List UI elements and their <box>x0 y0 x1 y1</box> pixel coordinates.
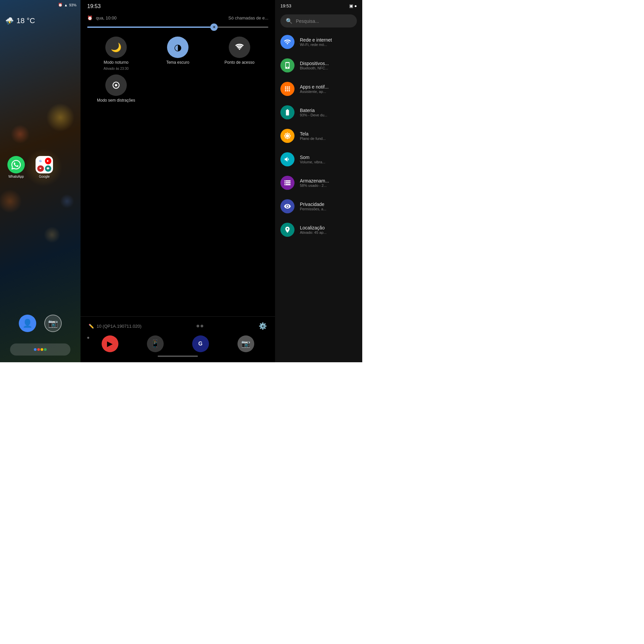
qs-tile-modo-noturno[interactable]: 🌙 Modo noturno Ativado às 23:30 <box>87 37 145 70</box>
rede-icon <box>280 35 294 49</box>
qs-tile-ponto-acesso[interactable]: Ponto de acesso <box>211 37 268 70</box>
privacidade-icon <box>280 199 294 213</box>
search-placeholder: Pesquisa... <box>296 18 319 24</box>
brightness-fill <box>87 26 214 28</box>
tema-escuro-icon: ◑ <box>167 37 189 58</box>
tela-text: Tela Plano de fund... <box>300 131 357 141</box>
apps-text: Apps e notif... Assistente, ap... <box>300 84 357 94</box>
tela-icon <box>280 129 294 143</box>
dispositivos-title: Dispositivos... <box>300 61 357 66</box>
qs-tile-modo-distracoes[interactable]: Modo sem distrações <box>87 74 145 103</box>
brightness-thumb: ☀ <box>210 23 218 31</box>
som-sub: Volume, vibra... <box>300 160 357 164</box>
localizacao-text: Localização Ativado: 45 ap... <box>300 225 357 234</box>
settings-list: Rede e internet Wi-Fi, rede mó... Dispos… <box>275 30 362 362</box>
brightness-slider[interactable]: ☀ <box>87 26 268 28</box>
app-google[interactable]: G ▶ ❤ 💬 Google <box>34 156 55 178</box>
qs-dot-1 <box>197 325 199 327</box>
modo-noturno-sublabel: Ativado às 23:30 <box>104 67 129 70</box>
localizacao-title: Localização <box>300 225 357 230</box>
app-grid: WhatsApp G ▶ ❤ 💬 Google <box>0 29 80 178</box>
ga-dot-blue <box>34 348 37 351</box>
apps-title: Apps e notif... <box>300 84 357 90</box>
qs-time: 19:53 <box>87 3 101 9</box>
armazenamento-title: Armazenam... <box>300 178 357 183</box>
dnd-text: Só chamadas de e... <box>228 15 268 20</box>
camera-icon: 📷 <box>48 319 58 328</box>
camera-app[interactable]: 📷 <box>44 315 62 332</box>
settings-search-bar[interactable]: 🔍 Pesquisa... <box>280 14 357 28</box>
google-cluster-icon: G ▶ ❤ 💬 <box>36 156 53 173</box>
google-sub-chat: 💬 <box>45 165 52 172</box>
dispositivos-icon <box>280 58 294 72</box>
qs-tiles-grid: 🌙 Modo noturno Ativado às 23:30 ◑ Tema e… <box>80 31 275 108</box>
dock-icon-3: G <box>192 335 209 352</box>
qs-version-area: ✏️ 10 (QP1A.190711.020) <box>89 324 142 329</box>
privacidade-title: Privacidade <box>300 202 357 207</box>
alarm-notification-icon: ⏰ <box>87 15 93 20</box>
settings-item-tela[interactable]: Tela Plano de fund... <box>275 124 362 148</box>
edit-icon[interactable]: ✏️ <box>89 324 94 329</box>
tela-title: Tela <box>300 131 357 137</box>
battery-text: 93% <box>69 3 76 7</box>
assistant-bar[interactable] <box>10 343 70 356</box>
svg-point-1 <box>115 84 117 87</box>
modo-distracoes-icon <box>105 74 127 96</box>
settings-item-privacidade[interactable]: Privacidade Permissões, a... <box>275 195 362 218</box>
google-sub-g: G <box>37 158 44 164</box>
settings-gear-icon[interactable]: ⚙️ <box>259 322 267 330</box>
rede-text: Rede e internet Wi-Fi, rede mó... <box>300 37 357 47</box>
localizacao-icon <box>280 223 294 237</box>
settings-item-rede[interactable]: Rede e internet Wi-Fi, rede mó... <box>275 30 362 54</box>
qs-status-bar: 19:53 <box>80 0 275 13</box>
google-sub-yt: ▶ <box>45 158 52 164</box>
wifi-icon: ▲ <box>64 3 68 7</box>
dock-icon-4: 📷 <box>237 335 254 352</box>
alarm-icon: ⏰ <box>58 3 63 7</box>
tela-sub: Plano de fund... <box>300 137 357 141</box>
settings-item-localizacao[interactable]: Localização Ativado: 45 ap... <box>275 218 362 241</box>
settings-item-dispositivos[interactable]: Dispositivos... Bluetooth, NFC... <box>275 54 362 77</box>
modo-distracoes-label: Modo sem distrações <box>97 98 135 103</box>
whatsapp-icon <box>7 156 25 173</box>
whatsapp-label: WhatsApp <box>8 175 24 178</box>
localizacao-sub: Ativado: 45 ap... <box>300 230 357 234</box>
privacidade-text: Privacidade Permissões, a... <box>300 202 357 211</box>
apps-sub: Assistente, ap... <box>300 90 357 94</box>
qs-tile-tema-escuro[interactable]: ◑ Tema escuro <box>149 37 207 70</box>
qs-dot-2 <box>201 325 203 327</box>
weather-widget: ⛈️ 18 °C <box>0 10 80 29</box>
armazenamento-sub: 58% usado - 2... <box>300 183 357 187</box>
settings-item-apps[interactable]: Apps e notif... Assistente, ap... <box>275 77 362 101</box>
tema-escuro-label: Tema escuro <box>166 60 190 65</box>
app-row-1: WhatsApp G ▶ ❤ 💬 Google <box>5 156 55 178</box>
contacts-icon: 👤 <box>22 319 33 328</box>
settings-item-bateria[interactable]: Bateria 93% - Deve du... <box>275 101 362 124</box>
temperature: 18 °C <box>16 16 35 25</box>
status-bar: ⏰ ▲ 93% <box>0 0 80 10</box>
modo-noturno-icon: 🌙 <box>105 37 127 58</box>
dock-icon-2: 📱 <box>147 335 164 352</box>
som-icon <box>280 152 294 166</box>
brightness-row: ☀ <box>80 23 275 31</box>
google-sub-photos: ❤ <box>37 165 44 172</box>
armazenamento-icon <box>280 176 294 190</box>
ponto-acesso-icon <box>229 37 250 58</box>
bateria-icon <box>280 105 294 119</box>
notification-row: ⏰ qua, 10:00 Só chamadas de e... <box>80 13 275 23</box>
dock-icon-1: ▶ <box>102 335 118 352</box>
brightness-sun-icon: ☀ <box>212 25 216 30</box>
app-whatsapp[interactable]: WhatsApp <box>5 156 27 178</box>
ga-dot-yellow <box>41 348 43 351</box>
settings-item-som[interactable]: Som Volume, vibra... <box>275 148 362 171</box>
privacidade-sub: Permissões, a... <box>300 207 357 211</box>
home-indicator <box>158 356 198 357</box>
armazenamento-text: Armazenam... 58% usado - 2... <box>300 178 357 187</box>
bateria-title: Bateria <box>300 108 357 113</box>
settings-item-armazenamento[interactable]: Armazenam... 58% usado - 2... <box>275 171 362 195</box>
dispositivos-sub: Bluetooth, NFC... <box>300 66 357 70</box>
settings-time: 19:53 <box>280 3 291 8</box>
qs-app-dock: ▶ 📱 G 📷 <box>80 335 275 352</box>
contacts-app[interactable]: 👤 <box>19 315 36 332</box>
modo-noturno-label: Modo noturno <box>104 60 128 65</box>
